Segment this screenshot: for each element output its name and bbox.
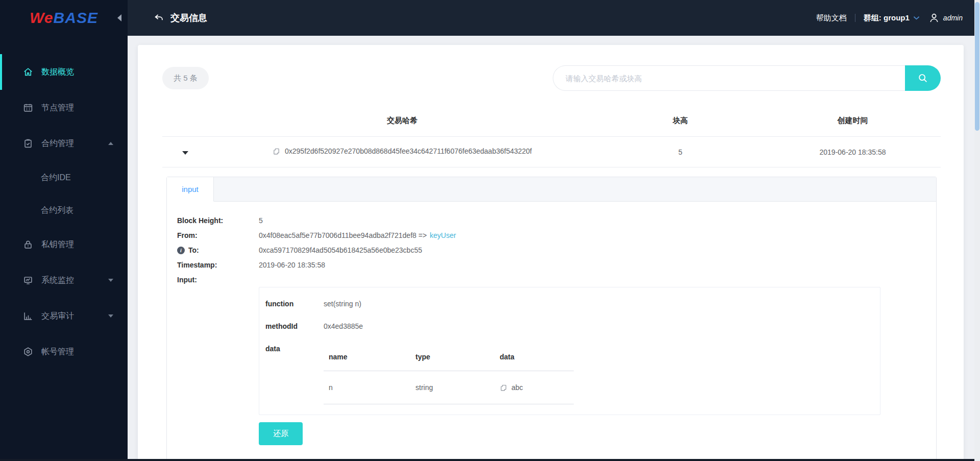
- block-height-cell: 5: [596, 148, 765, 156]
- function-value: set(string n): [324, 299, 361, 309]
- help-doc-link[interactable]: 帮助文档: [816, 13, 847, 23]
- total-count-badge: 共 5 条: [162, 67, 209, 89]
- hash-column-header: 交易哈希: [208, 116, 596, 126]
- sidebar-item-account-management[interactable]: 帐号管理: [0, 334, 128, 370]
- hash-cell: 0x295f2d6f520927e270b08d868d45fee34c6427…: [273, 147, 532, 155]
- logo-we: We: [30, 9, 53, 26]
- home-icon: [22, 66, 34, 78]
- input-data-table: function set(string n) methodId 0x4ed388…: [259, 287, 880, 415]
- sidebar-item-label: 私钥管理: [41, 239, 74, 250]
- sidebar: WeBASE 数据概览 节点管理 合约管理 合约IDE 合约列表: [0, 0, 128, 461]
- params-header-row: name type data: [324, 344, 574, 371]
- function-row: function set(string n): [265, 299, 880, 309]
- page-title-group: 交易信息: [153, 12, 207, 24]
- param-type: string: [415, 382, 500, 393]
- param-data-header: data: [500, 352, 574, 362]
- field-value: 2019-06-20 18:35:58: [259, 260, 325, 270]
- to-address: 0xca597170829f4ad5054b618425a56e0be23cbc…: [259, 246, 422, 255]
- field-label-group: i To:: [177, 246, 259, 255]
- info-icon[interactable]: i: [177, 247, 185, 254]
- field-label: Block Height:: [177, 216, 259, 226]
- function-label: function: [265, 299, 324, 309]
- logo-base: BASE: [54, 9, 98, 26]
- search-input[interactable]: [553, 65, 905, 91]
- sidebar-item-label: 交易审计: [41, 311, 74, 322]
- block-column-header: 块高: [596, 116, 765, 126]
- sidebar-item-contract-management[interactable]: 合约管理: [0, 126, 128, 161]
- params-data-row: n string abc: [324, 371, 574, 404]
- search-icon: [917, 72, 928, 84]
- copy-icon[interactable]: [273, 148, 280, 155]
- sidebar-item-label: 数据概览: [41, 67, 74, 78]
- field-input: Input:: [177, 275, 926, 285]
- methodid-label: methodId: [265, 321, 324, 331]
- detail-tabbar: input: [167, 177, 936, 202]
- param-data: abc: [511, 382, 523, 393]
- param-name: n: [324, 382, 415, 393]
- group-selector[interactable]: 群组: group1: [864, 13, 920, 23]
- transaction-hash: 0x295f2d6f520927e270b08d868d45fee34c6427…: [285, 147, 532, 155]
- field-timestamp: Timestamp: 2019-06-20 18:35:58: [177, 260, 926, 270]
- sidebar-item-label: 帐号管理: [41, 347, 74, 357]
- sidebar-item-data-overview[interactable]: 数据概览: [0, 54, 128, 90]
- transaction-detail-panel: input Block Height: 5 From: 0x4f08eac5af…: [166, 177, 937, 461]
- scrollbar-thumb[interactable]: [975, 2, 979, 131]
- back-icon[interactable]: [153, 12, 164, 23]
- restore-button[interactable]: 还原: [259, 422, 303, 445]
- topbar-right: 帮助文档 群组: group1 admin: [816, 12, 963, 24]
- sidebar-collapse-icon[interactable]: [117, 14, 121, 21]
- param-name-header: name: [324, 352, 415, 362]
- field-block-height: Block Height: 5: [177, 216, 926, 226]
- sidebar-item-label: 合约IDE: [41, 173, 71, 183]
- sidebar-item-system-monitor[interactable]: 系统监控: [0, 262, 128, 298]
- transaction-card: 共 5 条 交易哈希 块高 创建时间: [138, 45, 964, 461]
- data-label: data: [265, 344, 324, 404]
- toolbar: 共 5 条: [162, 65, 941, 91]
- field-label: To:: [188, 246, 199, 255]
- page-scrollbar[interactable]: [974, 0, 980, 461]
- page-title: 交易信息: [170, 12, 207, 24]
- sidebar-item-label: 节点管理: [41, 103, 74, 113]
- from-user-link[interactable]: keyUser: [430, 231, 456, 240]
- data-row: data name type data n string: [265, 344, 880, 404]
- lock-icon: [22, 239, 34, 250]
- field-value: 5: [259, 216, 263, 226]
- main-content: 共 5 条 交易哈希 块高 创建时间: [128, 36, 980, 461]
- topbar: 交易信息 帮助文档 群组: group1 admin: [128, 0, 980, 36]
- table-row: 0x295f2d6f520927e270b08d868d45fee34c6427…: [162, 137, 941, 167]
- logo-row: WeBASE: [0, 0, 128, 36]
- sidebar-item-contract-ide[interactable]: 合约IDE: [0, 161, 128, 194]
- clipboard-check-icon: [22, 138, 34, 149]
- transaction-table: 交易哈希 块高 创建时间 0x295f2d6f520927e270b08d868…: [162, 105, 941, 461]
- calendar-icon: [22, 102, 34, 113]
- search-box: [553, 65, 941, 91]
- chevron-down-icon: [108, 314, 113, 318]
- copy-icon[interactable]: [500, 384, 507, 392]
- sidebar-item-transaction-audit[interactable]: 交易审计: [0, 298, 128, 334]
- chevron-down-icon: [913, 16, 920, 20]
- webase-logo: WeBASE: [30, 9, 98, 27]
- methodid-value: 0x4ed3885e: [324, 321, 363, 331]
- field-from: From: 0x4f08eac5af5e77b7006d11bee94adba2…: [177, 231, 926, 240]
- search-button[interactable]: [905, 65, 941, 91]
- chevron-up-icon: [108, 142, 113, 145]
- user-icon: [928, 12, 940, 24]
- row-expand-caret[interactable]: [182, 151, 188, 155]
- sidebar-item-contract-list[interactable]: 合约列表: [0, 194, 128, 227]
- field-label: Timestamp:: [177, 260, 259, 270]
- tab-input[interactable]: input: [167, 177, 214, 202]
- field-label: From:: [177, 231, 259, 240]
- sidebar-item-label: 系统监控: [41, 275, 74, 286]
- username: admin: [943, 14, 963, 22]
- chevron-down-icon: [108, 279, 113, 282]
- user-menu[interactable]: admin: [928, 12, 963, 24]
- sidebar-item-label: 合约管理: [41, 138, 74, 149]
- sidebar-item-private-key-management[interactable]: 私钥管理: [0, 227, 128, 262]
- field-label: Input:: [177, 275, 259, 285]
- account-hexagon-icon: [22, 346, 34, 357]
- created-time-cell: 2019-06-20 18:35:58: [765, 148, 941, 156]
- table-header-row: 交易哈希 块高 创建时间: [162, 105, 941, 137]
- divider: [855, 14, 855, 22]
- sidebar-item-node-management[interactable]: 节点管理: [0, 90, 128, 126]
- params-table: name type data n string: [324, 344, 574, 404]
